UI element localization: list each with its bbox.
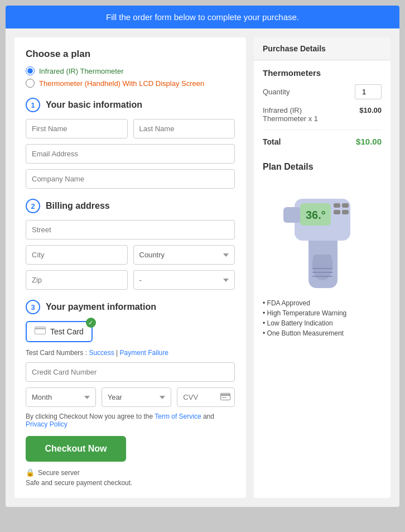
secure-row: 🔒 Secure server [26, 468, 235, 477]
choose-plan-title: Choose a plan [26, 49, 235, 60]
right-panel: Purchase Details Thermometers Quantity I… [254, 37, 390, 498]
secure-label: Secure server [38, 469, 80, 477]
product-image-wrap: 36.° [254, 176, 390, 299]
svg-rect-4 [221, 397, 226, 398]
state-select[interactable]: - [133, 270, 235, 290]
terms-link[interactable]: Term of Service [155, 413, 201, 420]
step3-title: Your payment information [46, 302, 156, 312]
quantity-input[interactable] [355, 84, 382, 99]
month-year-cvv-row: Month JanuaryFebruaryMarch AprilMayJune … [26, 387, 235, 407]
payment-check-icon: ✓ [86, 318, 96, 328]
company-input[interactable] [26, 169, 235, 189]
step3-header: 3 Your payment information [26, 300, 235, 314]
product-image: 36.° [278, 182, 367, 294]
plan-handheld-label: Thermometer (Handheld) With LCD Display … [39, 79, 204, 88]
checkout-button[interactable]: Checkout Now [26, 436, 126, 462]
city-input[interactable] [26, 245, 128, 265]
plan-ir[interactable]: Infrared (IR) Thermometer [26, 66, 235, 75]
zip-state-row: - [26, 270, 235, 290]
feature-0: FDA Approved [263, 299, 382, 307]
city-country-row: Country [26, 245, 235, 265]
svg-rect-1 [35, 328, 46, 329]
terms-text: By clicking Checkout Now you agree to th… [26, 413, 235, 428]
svg-rect-7 [283, 207, 301, 223]
lock-icon: 🔒 [26, 468, 35, 477]
step1-circle: 1 [26, 98, 40, 112]
plan-handheld-radio[interactable] [26, 79, 35, 88]
purchase-body: Thermometers Quantity Infrared (IR) Ther… [254, 60, 390, 154]
year-select[interactable]: Year 202420252026 202720282029 [102, 387, 172, 407]
quantity-row: Quantity [263, 84, 382, 99]
plan-ir-radio[interactable] [26, 66, 35, 75]
success-link[interactable]: Success [89, 349, 114, 357]
test-card-numbers: Test Card Numbers : Success | Payment Fa… [26, 349, 235, 357]
thermometers-title: Thermometers [263, 68, 382, 78]
country-select[interactable]: Country [133, 245, 235, 265]
step3-circle: 3 [26, 300, 40, 314]
cvv-wrap [177, 387, 235, 407]
step2-header: 2 Billing address [26, 199, 235, 213]
svg-rect-12 [334, 210, 340, 214]
feature-3: One Button Measurement [263, 329, 382, 337]
step1-header: 1 Your basic information [26, 98, 235, 112]
feature-1: High Temperature Warning [263, 309, 382, 317]
name-row [26, 119, 235, 138]
plan-details-title: Plan Details [254, 154, 390, 176]
item-row: Infrared (IR) Thermometer x 1 $10.00 [263, 106, 382, 130]
total-row: Total $10.00 [263, 137, 382, 146]
test-card-box[interactable]: ✓ Test Card [26, 321, 93, 342]
feature-2: Low Battery Indication [263, 319, 382, 327]
quantity-label: Quantity [263, 88, 290, 96]
step2-title: Billing address [46, 201, 110, 211]
top-banner: Fill the order form below to complete yo… [6, 6, 399, 28]
safe-text: Safe and secure payment checkout. [26, 479, 235, 487]
zip-input[interactable] [26, 270, 128, 290]
banner-text: Fill the order form below to complete yo… [106, 12, 299, 22]
svg-rect-3 [220, 394, 230, 396]
month-select[interactable]: Month JanuaryFebruaryMarch AprilMayJune … [26, 387, 96, 407]
street-input[interactable] [26, 220, 235, 239]
payment-failure-link[interactable]: Payment Failure [120, 349, 168, 357]
card-icon [35, 327, 46, 337]
purchase-details-header: Purchase Details [254, 37, 390, 60]
total-price: $10.00 [356, 137, 382, 146]
features-list: FDA Approved High Temperature Warning Lo… [254, 299, 390, 337]
privacy-link[interactable]: Privacy Policy [26, 420, 68, 428]
left-panel: Choose a plan Infrared (IR) Thermometer … [15, 37, 246, 498]
cc-number-input[interactable] [26, 362, 235, 382]
last-name-input[interactable] [133, 119, 235, 138]
svg-text:36.°: 36.° [306, 209, 326, 221]
item-name: Infrared (IR) Thermometer x 1 [263, 106, 318, 123]
total-label: Total [263, 137, 281, 146]
step2-circle: 2 [26, 199, 40, 213]
first-name-input[interactable] [26, 119, 128, 138]
svg-rect-10 [334, 203, 340, 208]
test-card-label: Test Card [50, 327, 84, 336]
svg-rect-13 [342, 210, 349, 214]
svg-rect-11 [342, 203, 349, 208]
email-input[interactable] [26, 144, 235, 164]
item-price: $10.00 [359, 106, 382, 114]
cvv-card-icon [220, 393, 230, 402]
plan-ir-label: Infrared (IR) Thermometer [39, 67, 123, 75]
step1-title: Your basic information [46, 100, 142, 110]
plan-handheld[interactable]: Thermometer (Handheld) With LCD Display … [26, 79, 235, 88]
